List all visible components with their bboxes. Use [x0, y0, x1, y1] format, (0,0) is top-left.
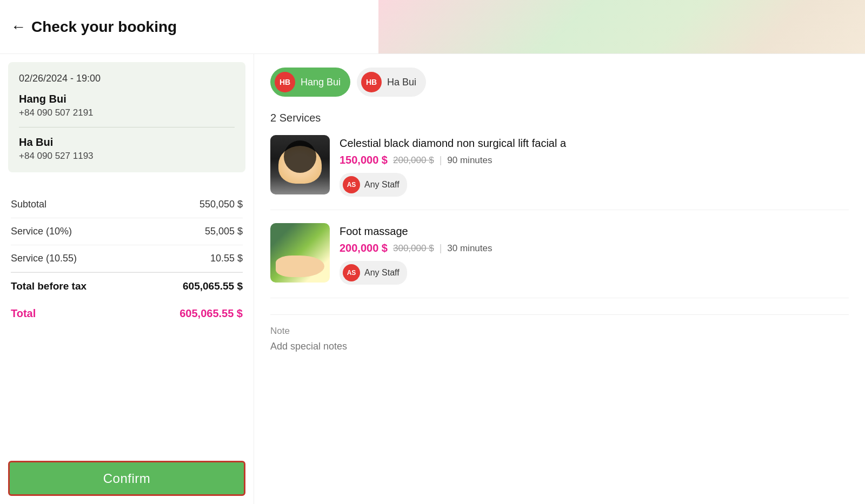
service-image-foot	[270, 223, 330, 283]
service-card-facial: Celestial black diamond non surgical lif…	[270, 135, 849, 210]
booking-date: 02/26/2024 - 19:00	[19, 73, 235, 84]
price-divider-facial: |	[440, 154, 442, 166]
service-info-facial: Celestial black diamond non surgical lif…	[340, 135, 849, 197]
service-tax-value: 55,005 $	[205, 226, 243, 237]
price-divider-foot: |	[440, 243, 442, 254]
header-background	[378, 0, 865, 54]
staff-avatar-ha: HB	[361, 72, 382, 92]
service-name-foot: Foot massage	[340, 225, 849, 238]
back-arrow-icon: ←	[11, 18, 26, 36]
note-section: Note	[270, 314, 849, 352]
subtotal-label: Subtotal	[11, 199, 46, 210]
final-total-label: Total	[11, 307, 36, 320]
total-before-tax-label: Total before tax	[11, 280, 86, 292]
totals-section: Subtotal 550,050 $ Service (10%) 55,005 …	[0, 180, 254, 455]
service-card-foot: Foot massage 200,000 $ 300,000 $ | 30 mi…	[270, 223, 849, 298]
service-duration-facial: 90 minutes	[447, 155, 492, 166]
staff-chip-hang-bui[interactable]: HB Hang Bui	[270, 68, 350, 97]
service-price-row-foot: 200,000 $ 300,000 $ | 30 minutes	[340, 242, 849, 254]
any-staff-avatar-foot: AS	[343, 264, 360, 281]
service-price-row-facial: 150,000 $ 200,000 $ | 90 minutes	[340, 154, 849, 166]
service-image-facial	[270, 135, 330, 194]
service-price-current-facial: 150,000 $	[340, 154, 388, 166]
staff-name-ha: Ha Bui	[387, 77, 416, 88]
service-name-facial: Celestial black diamond non surgical lif…	[340, 137, 849, 150]
subtotal-row: Subtotal 550,050 $	[11, 191, 243, 218]
left-panel: 02/26/2024 - 19:00 Hang Bui +84 090 507 …	[0, 54, 254, 504]
header: ← Check your booking	[0, 0, 865, 54]
services-count: 2 Services	[270, 112, 849, 124]
customer-2-phone: +84 090 527 1193	[19, 151, 235, 162]
service-tax-row: Service (10%) 55,005 $	[11, 218, 243, 245]
customer-2-name: Ha Bui	[19, 136, 235, 149]
right-panel: HB Hang Bui HB Ha Bui 2 Services Celesti…	[254, 54, 865, 504]
staff-chip-ha-bui[interactable]: HB Ha Bui	[357, 68, 426, 97]
staff-name-hang: Hang Bui	[301, 77, 341, 88]
note-input[interactable]	[270, 341, 849, 352]
final-total-row: Total 605,065.55 $	[11, 300, 243, 327]
back-button[interactable]: ← Check your booking	[11, 18, 177, 36]
main-content: 02/26/2024 - 19:00 Hang Bui +84 090 507 …	[0, 54, 865, 504]
service-info-foot: Foot massage 200,000 $ 300,000 $ | 30 mi…	[340, 223, 849, 285]
confirm-button-wrapper: Confirm	[0, 455, 254, 504]
any-staff-avatar-facial: AS	[343, 176, 360, 193]
staff-avatar-hang: HB	[275, 72, 295, 92]
note-label: Note	[270, 326, 849, 337]
service-tax-label: Service (10%)	[11, 226, 72, 237]
staff-badge-foot[interactable]: AS Any Staff	[340, 261, 407, 285]
any-staff-label-facial: Any Staff	[364, 180, 400, 190]
service-fee-row: Service (10.55) 10.55 $	[11, 245, 243, 272]
confirm-button[interactable]: Confirm	[8, 461, 245, 496]
staff-chips: HB Hang Bui HB Ha Bui	[270, 68, 849, 97]
any-staff-label-foot: Any Staff	[364, 268, 400, 278]
subtotal-value: 550,050 $	[199, 199, 243, 210]
service-price-original-foot: 300,000 $	[393, 243, 434, 254]
service-fee-value: 10.55 $	[210, 253, 243, 264]
service-duration-foot: 30 minutes	[447, 243, 492, 254]
total-before-tax-row: Total before tax 605,065.55 $	[11, 272, 243, 300]
service-price-original-facial: 200,000 $	[393, 155, 434, 166]
final-total-value: 605,065.55 $	[179, 307, 243, 320]
service-fee-label: Service (10.55)	[11, 253, 77, 264]
customer-1-phone: +84 090 507 2191	[19, 107, 235, 127]
booking-info-card: 02/26/2024 - 19:00 Hang Bui +84 090 507 …	[8, 62, 245, 172]
service-price-current-foot: 200,000 $	[340, 242, 388, 254]
customer-1-name: Hang Bui	[19, 93, 235, 105]
total-before-tax-value: 605,065.55 $	[183, 280, 243, 292]
page-title: Check your booking	[31, 18, 177, 36]
staff-badge-facial[interactable]: AS Any Staff	[340, 173, 407, 197]
